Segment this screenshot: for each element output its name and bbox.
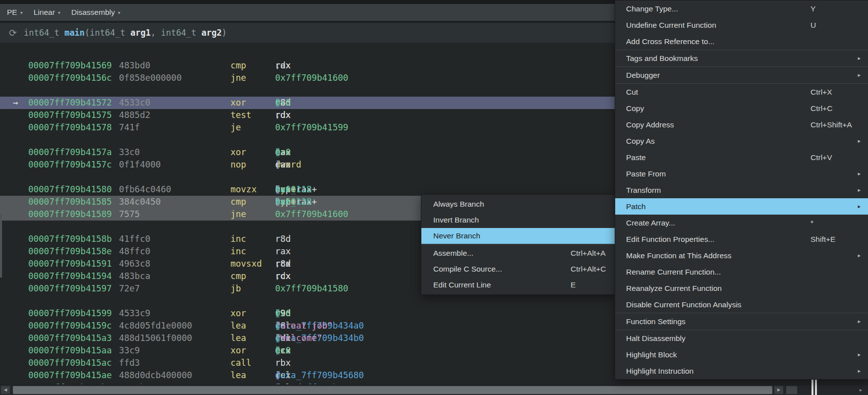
instruction-bytes: 384c0450 [119,196,161,208]
menu-item-label: Function Settings [626,313,686,330]
menu-item-shortcut: Ctrl+Alt+C [571,261,606,277]
horizontal-scrollbar[interactable]: ◀ ▶ ▸ [0,384,868,395]
menu-item-copy[interactable]: CopyCtrl+C [615,100,868,116]
code-token-br: ] [275,159,281,171]
code-token-reg: r8d [275,258,291,270]
menu-item-never-branch[interactable]: Never Branch [421,228,615,244]
refresh-icon[interactable]: ⟳ [9,27,24,39]
chevron-down-icon: ▾ [118,10,120,15]
menu-item-paste[interactable]: PasteCtrl+V [615,149,868,166]
code-token-str: "Great job" [275,320,333,332]
menu-item-add-cross-reference-to[interactable]: Add Cross Reference to... [615,33,868,50]
instruction-bytes: 72e7 [119,282,140,295]
code-token-type: int64_t [161,28,201,38]
code-token-pun: , [151,28,161,38]
left-scroll-indicator [0,214,2,278]
menu-item-tags-and-bookmarks[interactable]: Tags and Bookmarks▸ [615,50,868,66]
menu-item-label: Highlight Block [626,346,677,363]
instruction-bytes: 4885d2 [119,109,150,121]
menu-item-debugger[interactable]: Debugger▸ [615,67,868,83]
menu-item-reanalyze-current-function[interactable]: Reanalyze Current Function [615,280,868,296]
toolbar-dropdown-label: PE [7,8,17,17]
menu-item-edit-current-line[interactable]: Edit Current LineE [421,277,615,293]
address: 00007ff709b4158b [28,233,112,245]
menu-item-invert-branch[interactable]: Invert Branch [421,212,615,228]
scrollbar-thumb[interactable] [13,386,772,394]
instruction-bytes: 488d0dcb400000 [119,369,192,382]
submenu-arrow-icon: ▸ [858,133,861,149]
chevron-down-icon: ▾ [20,10,23,15]
scroll-right-button[interactable]: ▶ [774,386,783,394]
menu-item-edit-function-properties[interactable]: Edit Function Properties...Shift+E [615,231,868,247]
address: 00007ff709b41597 [28,282,112,295]
instruction-bytes: 4533c0 [119,97,150,109]
code-token-br: ] [275,196,281,208]
code-token-num: 0x7ff709b41599 [275,121,348,134]
menu-item-always-branch[interactable]: Always Branch [421,196,615,212]
submenu-arrow-icon: ▸ [858,313,861,330]
menu-item-label: Compile C Source... [433,261,502,277]
menu-item-cut[interactable]: CutCtrl+X [615,84,868,100]
menu-item-copy-as[interactable]: Copy As▸ [615,133,868,149]
scroll-left-button[interactable]: ◀ [1,386,10,394]
menu-item-shortcut: Ctrl+Alt+A [571,245,606,261]
mnemonic: cmp [231,196,246,208]
mnemonic: xor [231,97,246,109]
code-token-brace: } [275,332,281,344]
menu-item-highlight-instruction[interactable]: Highlight Instruction▸ [615,363,868,379]
function-signature: int64_t main(int64_t arg1, int64_t arg2) [24,28,227,38]
menu-item-copy-address[interactable]: Copy AddressCtrl+Shift+A [615,116,868,133]
menu-item-halt-disassembly[interactable]: Halt Disassembly [615,330,868,346]
instruction-bytes: 0f858e000000 [119,72,181,84]
menu-item-function-settings[interactable]: Function Settings▸ [615,313,868,330]
menu-item-label: Transform [626,182,661,198]
menu-item-create-array[interactable]: Create Array...* [615,215,868,231]
menu-item-patch[interactable]: Patch▸ [615,198,868,215]
address: 00007ff709b41599 [28,307,112,320]
code-token-br: ] [275,369,281,382]
code-token-num: 0x7ff709b41600 [275,72,348,84]
menu-item-transform[interactable]: Transform▸ [615,182,868,198]
menu-item-highlight-block[interactable]: Highlight Block▸ [615,346,868,363]
mnemonic: inc [231,245,246,258]
mnemonic: test [231,109,251,121]
menu-item-label: Highlight Instruction [626,363,694,379]
address: 00007ff709b41572 [28,97,112,109]
submenu-arrow-icon: ▸ [858,198,861,215]
menu-item-label: Reanalyze Current Function [626,280,722,296]
menu-item-disable-current-function-analysis[interactable]: Disable Current Function Analysis [615,296,868,313]
instruction-bytes: 741f [119,121,140,134]
menu-item-undefine-current-function[interactable]: Undefine Current FunctionU [615,17,868,33]
menu-item-compile-c-source[interactable]: Compile C Source...Ctrl+Alt+C [421,261,615,277]
code-token-reg: rax [275,245,291,258]
address: 00007ff709b4157a [28,146,112,159]
toolbar-dropdown-linear[interactable]: Linear ▾ [34,8,60,17]
menu-item-label: Invert Branch [433,212,479,228]
mnemonic: nop [231,159,246,171]
submenu-arrow-icon: ▸ [858,67,861,83]
submenu-arrow-icon: ▸ [858,182,861,198]
toolbar-dropdown-pe[interactable]: PE ▾ [7,8,23,17]
mnemonic: xor [231,307,246,320]
instruction-bytes: 483bd0 [119,59,150,72]
menu-item-shortcut: Ctrl+V [810,149,832,166]
binary-ninja-window: PE ▾ Linear ▾ Disassembly ▾ ⟳ int64_t ma… [0,0,868,395]
menu-item-change-type[interactable]: Change Type...Y [615,0,868,17]
menu-item-label: Change Type... [626,0,678,17]
menu-item-label: Cut [626,84,638,100]
caret-marker [811,380,813,395]
menu-item-assemble[interactable]: Assemble...Ctrl+Alt+A [421,245,615,261]
instruction-bytes: 41ffc0 [119,233,150,245]
menu-item-make-function-at-this-address[interactable]: Make Function at This Address▸ [615,247,868,264]
menu-item-label: Edit Function Properties... [626,231,714,247]
instruction-bytes: 0fb64c0460 [119,183,171,196]
corner-arrow-icon[interactable]: ▸ [860,386,862,394]
menu-item-rename-current-function[interactable]: Rename Current Function... [615,264,868,280]
toolbar-dropdown-disassembly[interactable]: Disassembly ▾ [71,8,120,17]
menu-item-paste-from[interactable]: Paste From▸ [615,166,868,182]
menu-item-label: Disable Current Function Analysis [626,296,742,313]
menu-item-label: Create Array... [626,215,675,231]
menu-item-shortcut: Ctrl+Shift+A [810,116,852,133]
code-token-pun: ) [222,28,227,38]
toolbar-dropdown-label: Linear [34,8,55,17]
